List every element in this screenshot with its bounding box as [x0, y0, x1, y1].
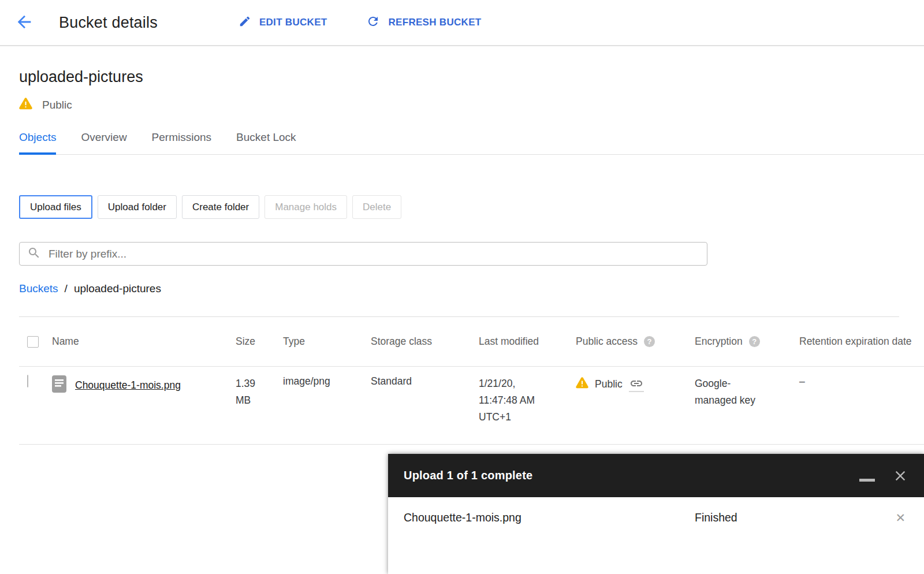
table-row: Chouquette-1-mois.png 1.39 MB image/png … — [19, 367, 924, 445]
filter-prefix-input[interactable] — [49, 248, 699, 260]
column-header-storage-class: Storage class — [371, 336, 479, 348]
upload-item-status: Finished — [695, 511, 895, 524]
edit-bucket-label: EDIT BUCKET — [259, 17, 327, 28]
upload-panel-title: Upload 1 of 1 complete — [404, 469, 859, 482]
select-all-checkbox[interactable] — [27, 336, 39, 348]
back-button[interactable] — [13, 11, 36, 34]
manage-holds-button: Manage holds — [264, 195, 347, 219]
object-storage-class: Standard — [371, 375, 479, 387]
bucket-name: uploaded-pictures — [19, 68, 924, 86]
object-name-link[interactable]: Chouquette-1-mois.png — [75, 379, 181, 392]
object-size: 1.39 MB — [236, 375, 264, 409]
refresh-icon — [366, 14, 380, 31]
encryption-help-icon[interactable]: ? — [749, 336, 760, 347]
column-header-type: Type — [283, 336, 371, 348]
search-icon — [27, 246, 41, 262]
file-icon — [52, 375, 66, 396]
main-content: uploaded-pictures Public Objects Overvie… — [0, 68, 924, 445]
close-icon[interactable] — [892, 468, 908, 484]
refresh-bucket-button[interactable]: REFRESH BUCKET — [366, 14, 481, 31]
table-header-row: Name Size Type Storage class Last modifi… — [19, 317, 924, 367]
upload-item-row: Chouquette-1-mois.png Finished ✕ — [388, 497, 924, 524]
minimize-icon[interactable] — [859, 479, 875, 482]
pencil-icon — [239, 15, 251, 31]
breadcrumb-buckets-link[interactable]: Buckets — [19, 282, 58, 295]
breadcrumb: Buckets / uploaded-pictures — [19, 282, 924, 295]
column-header-retention-expiration: Retention expiration date — [799, 336, 924, 348]
column-header-last-modified: Last modified — [479, 336, 576, 348]
tab-permissions[interactable]: Permissions — [152, 131, 211, 155]
tab-objects[interactable]: Objects — [19, 131, 56, 155]
object-public-access: Public — [595, 378, 623, 390]
public-badge-label: Public — [42, 99, 72, 111]
public-access-help-icon[interactable]: ? — [644, 336, 655, 347]
back-arrow-icon — [14, 12, 34, 33]
object-retention-expiration: – — [799, 375, 924, 387]
upload-folder-button[interactable]: Upload folder — [98, 195, 177, 219]
public-badge: Public — [19, 98, 924, 113]
upload-status-panel: Upload 1 of 1 complete Chouquette-1-mois… — [388, 454, 924, 574]
page-title: Bucket details — [59, 14, 158, 32]
tab-overview[interactable]: Overview — [81, 131, 126, 155]
tab-bucket-lock[interactable]: Bucket Lock — [236, 131, 296, 155]
dismiss-upload-item-icon[interactable]: ✕ — [895, 512, 908, 524]
object-last-modified: 1/21/20, 11:47:48 AM UTC+1 — [479, 375, 555, 426]
refresh-bucket-label: REFRESH BUCKET — [388, 17, 481, 28]
public-link-icon[interactable] — [629, 377, 644, 392]
column-header-public-access: Public access — [576, 336, 638, 348]
objects-table: Name Size Type Storage class Last modifi… — [19, 317, 924, 445]
column-header-size: Size — [236, 336, 283, 348]
tab-bar: Objects Overview Permissions Bucket Lock — [19, 131, 924, 155]
object-encryption: Google-managed key — [695, 375, 759, 409]
filter-box — [19, 242, 707, 266]
upload-files-button[interactable]: Upload files — [19, 195, 92, 219]
breadcrumb-current: uploaded-pictures — [74, 282, 161, 295]
delete-button: Delete — [352, 195, 401, 219]
warning-icon — [576, 377, 588, 392]
row-checkbox[interactable] — [27, 375, 28, 387]
create-folder-button[interactable]: Create folder — [182, 195, 259, 219]
object-toolbar: Upload files Upload folder Create folder… — [19, 195, 924, 219]
breadcrumb-separator: / — [65, 282, 68, 295]
warning-icon — [19, 98, 32, 113]
column-header-name: Name — [52, 336, 236, 348]
column-header-encryption: Encryption — [695, 336, 743, 348]
object-type: image/png — [283, 375, 371, 387]
app-header: Bucket details EDIT BUCKET REFRESH BUCKE… — [0, 0, 924, 46]
edit-bucket-button[interactable]: EDIT BUCKET — [239, 15, 327, 31]
upload-panel-header: Upload 1 of 1 complete — [388, 454, 924, 497]
upload-item-name: Chouquette-1-mois.png — [404, 511, 695, 524]
